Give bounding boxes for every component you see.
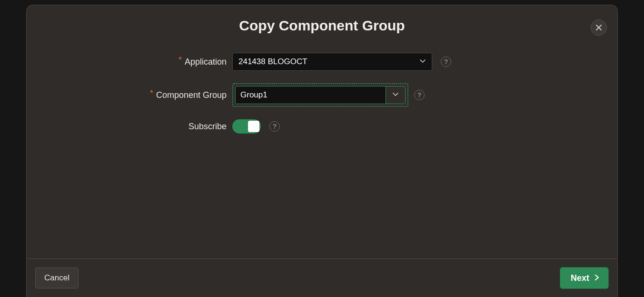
component-group-help-icon[interactable]: ? xyxy=(414,90,425,100)
next-button-label: Next xyxy=(571,273,589,283)
subscribe-label: Subscribe xyxy=(188,122,227,132)
component-group-combobox xyxy=(235,86,406,104)
component-group-dropdown-button[interactable] xyxy=(386,86,405,104)
close-icon xyxy=(595,24,603,31)
cancel-button[interactable]: Cancel xyxy=(35,268,79,288)
next-button[interactable]: Next xyxy=(560,267,609,289)
component-group-input[interactable] xyxy=(236,86,386,104)
subscribe-label-cell: Subscribe xyxy=(27,122,232,132)
application-select[interactable]: 241438 BLOGOCT xyxy=(232,53,432,71)
component-group-label-cell: * Component Group xyxy=(27,90,232,100)
chevron-down-icon xyxy=(419,57,426,67)
application-help-icon[interactable]: ? xyxy=(441,57,451,67)
form-body: * Application 241438 BLOGOCT ? * Compone… xyxy=(27,53,617,134)
close-button[interactable] xyxy=(591,19,607,36)
required-star-icon: * xyxy=(150,91,153,96)
dialog-title: Copy Component Group xyxy=(27,18,617,34)
cancel-button-label: Cancel xyxy=(44,273,69,283)
chevron-down-icon xyxy=(392,91,399,99)
application-label-cell: * Application xyxy=(27,57,232,67)
component-group-row: * Component Group ? xyxy=(27,83,617,107)
toggle-knob xyxy=(248,121,259,132)
component-group-label: Component Group xyxy=(156,90,227,100)
copy-component-group-dialog: Copy Component Group * Application 24143… xyxy=(26,5,618,297)
dialog-footer: Cancel Next xyxy=(27,259,617,297)
component-group-field-cell: ? xyxy=(232,83,425,107)
application-row: * Application 241438 BLOGOCT ? xyxy=(27,53,617,71)
application-label: Application xyxy=(185,57,227,67)
required-star-icon: * xyxy=(178,57,182,62)
application-select-value: 241438 BLOGOCT xyxy=(238,57,307,67)
subscribe-toggle[interactable] xyxy=(232,119,261,134)
subscribe-field-cell: ? xyxy=(232,119,280,134)
chevron-right-icon xyxy=(594,273,600,283)
component-group-focus-ring xyxy=(232,83,408,107)
subscribe-row: Subscribe ? xyxy=(27,119,617,134)
subscribe-help-icon[interactable]: ? xyxy=(269,121,280,132)
application-field-cell: 241438 BLOGOCT ? xyxy=(232,53,451,71)
